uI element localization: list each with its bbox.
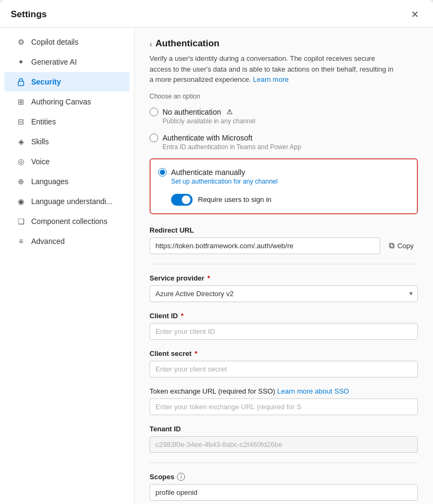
- dialog-body: ⚙ Copilot details ✦ Generative AI Securi…: [0, 27, 433, 504]
- required-asterisk: *: [205, 274, 210, 282]
- gear-icon: ⚙: [16, 37, 26, 47]
- languages-icon: ⊕: [16, 177, 26, 186]
- toggle-label: Require users to sign in: [198, 195, 272, 204]
- sidebar-label-authoring-canvas: Authoring Canvas: [31, 97, 91, 106]
- tenant-id-section: Tenant ID: [150, 425, 418, 453]
- sidebar-item-copilot-details[interactable]: ⚙ Copilot details: [4, 32, 130, 52]
- option-manual-auth: Authenticate manually Set up authenticat…: [158, 165, 409, 188]
- section-title: Authentication: [155, 38, 219, 49]
- token-exchange-input[interactable]: [150, 398, 418, 415]
- scopes-input[interactable]: [150, 484, 418, 501]
- sign-in-toggle-row: Require users to sign in: [171, 194, 409, 206]
- microsoft-auth-label: Authenticate with Microsoft: [162, 134, 252, 142]
- divider-1: [150, 264, 418, 264]
- sso-learn-more-link[interactable]: Learn more about SSO: [277, 387, 349, 395]
- sidebar-item-generative-ai[interactable]: ✦ Generative AI: [4, 52, 130, 72]
- option-no-auth: No authentication ⚠ Publicly available i…: [150, 104, 418, 128]
- sidebar-label-component-collections: Component collections: [31, 217, 108, 226]
- client-id-input[interactable]: [150, 323, 418, 340]
- learn-more-link[interactable]: Learn more: [253, 75, 288, 83]
- sidebar-item-component-collections[interactable]: ❑ Component collections: [4, 212, 130, 231]
- warning-icon: ⚠: [225, 108, 234, 116]
- grid-icon: ⊞: [16, 97, 26, 107]
- dialog-title: Settings: [11, 9, 47, 20]
- sidebar-item-security[interactable]: Security: [4, 72, 130, 92]
- microsoft-auth-sublabel: Entra ID authentication in Teams and Pow…: [162, 143, 418, 151]
- sidebar-label-generative-ai: Generative AI: [31, 58, 77, 66]
- close-button[interactable]: ✕: [408, 8, 422, 22]
- sidebar-label-languages: Languages: [31, 177, 68, 186]
- sidebar-label-voice: Voice: [31, 157, 49, 166]
- microsoft-auth-radio[interactable]: [150, 134, 158, 142]
- collection-icon: ❑: [16, 216, 26, 226]
- tenant-id-input[interactable]: [150, 436, 418, 453]
- manual-auth-sublabel: Set up authentication for any channel: [171, 178, 409, 185]
- manual-auth-box: Authenticate manually Set up authenticat…: [150, 158, 418, 214]
- client-secret-input[interactable]: [150, 361, 418, 377]
- client-secret-section: Client secret *: [150, 349, 418, 377]
- section-description: Verify a user's identity during a conver…: [150, 53, 397, 85]
- lu-icon: ◉: [16, 197, 26, 206]
- voice-icon: ◎: [16, 157, 26, 166]
- token-exchange-desc: Token exchange URL (required for SSO) Le…: [150, 387, 418, 395]
- copy-icon: ⧉: [389, 241, 395, 250]
- scopes-label: Scopes: [150, 473, 174, 481]
- copy-label: Copy: [397, 242, 414, 250]
- sidebar-item-language-understanding[interactable]: ◉ Language understandi...: [4, 192, 130, 211]
- no-auth-sublabel: Publicly available in any channel: [162, 117, 418, 125]
- sidebar: ⚙ Copilot details ✦ Generative AI Securi…: [0, 27, 134, 504]
- lock-icon: [16, 77, 26, 87]
- sign-in-toggle[interactable]: [171, 194, 193, 206]
- advanced-icon: ≡: [16, 236, 26, 246]
- scopes-label-row: Scopes i: [150, 473, 418, 481]
- client-id-label: Client ID *: [150, 312, 418, 320]
- redirect-url-row: ⧉ Copy: [150, 237, 418, 254]
- redirect-url-label: Redirect URL: [150, 226, 418, 234]
- sidebar-item-voice[interactable]: ◎ Voice: [4, 152, 130, 171]
- client-id-required: *: [179, 312, 184, 320]
- svg-rect-0: [18, 81, 24, 86]
- no-auth-label: No authentication: [162, 108, 221, 116]
- redirect-url-section: Redirect URL ⧉ Copy: [150, 226, 418, 254]
- settings-dialog: Settings ✕ ⚙ Copilot details ✦ Generativ…: [0, 0, 433, 504]
- service-provider-section: Service provider * Azure Active Director…: [150, 274, 418, 302]
- choose-label: Choose an option: [150, 93, 418, 100]
- service-provider-select[interactable]: Azure Active Directory v2: [150, 285, 418, 302]
- sidebar-item-skills[interactable]: ◈ Skills: [4, 132, 130, 151]
- main-content: ‹ Authentication Verify a user's identit…: [134, 27, 433, 504]
- sidebar-item-advanced[interactable]: ≡ Advanced: [4, 232, 130, 251]
- entities-icon: ⊟: [16, 117, 26, 127]
- service-provider-wrapper: Azure Active Directory v2 ▾: [150, 285, 418, 302]
- copy-button[interactable]: ⧉ Copy: [385, 237, 418, 254]
- redirect-url-input[interactable]: [150, 237, 380, 254]
- dialog-header: Settings ✕: [0, 0, 433, 27]
- sidebar-label-copilot-details: Copilot details: [31, 38, 79, 46]
- toggle-slider: [171, 194, 193, 206]
- back-row[interactable]: ‹ Authentication: [150, 38, 418, 49]
- service-provider-label: Service provider *: [150, 274, 418, 282]
- sidebar-label-language-understanding: Language understandi...: [31, 197, 112, 206]
- no-auth-radio[interactable]: [150, 108, 158, 116]
- back-arrow-icon: ‹: [150, 39, 152, 48]
- sidebar-label-advanced: Advanced: [31, 237, 65, 246]
- no-auth-row: No authentication ⚠: [150, 108, 418, 116]
- skills-icon: ◈: [16, 137, 26, 146]
- sidebar-item-authoring-canvas[interactable]: ⊞ Authoring Canvas: [4, 92, 130, 111]
- client-secret-required: *: [193, 349, 197, 358]
- client-secret-label: Client secret *: [150, 349, 418, 358]
- sidebar-label-skills: Skills: [31, 137, 49, 146]
- sidebar-label-entities: Entities: [31, 117, 56, 126]
- client-id-section: Client ID *: [150, 312, 418, 340]
- sidebar-label-security: Security: [31, 78, 61, 86]
- sidebar-item-languages[interactable]: ⊕ Languages: [4, 172, 130, 191]
- manual-auth-row: Authenticate manually: [158, 168, 409, 177]
- option-microsoft-auth: Authenticate with Microsoft Entra ID aut…: [150, 130, 418, 154]
- microsoft-auth-row: Authenticate with Microsoft: [150, 134, 418, 142]
- divider-2: [150, 463, 418, 463]
- manual-auth-radio[interactable]: [158, 168, 167, 177]
- scopes-section: Scopes i: [150, 473, 418, 501]
- tenant-id-label: Tenant ID: [150, 425, 418, 433]
- radio-group: No authentication ⚠ Publicly available i…: [150, 104, 418, 216]
- sidebar-item-entities[interactable]: ⊟ Entities: [4, 112, 130, 131]
- info-icon[interactable]: i: [177, 473, 185, 481]
